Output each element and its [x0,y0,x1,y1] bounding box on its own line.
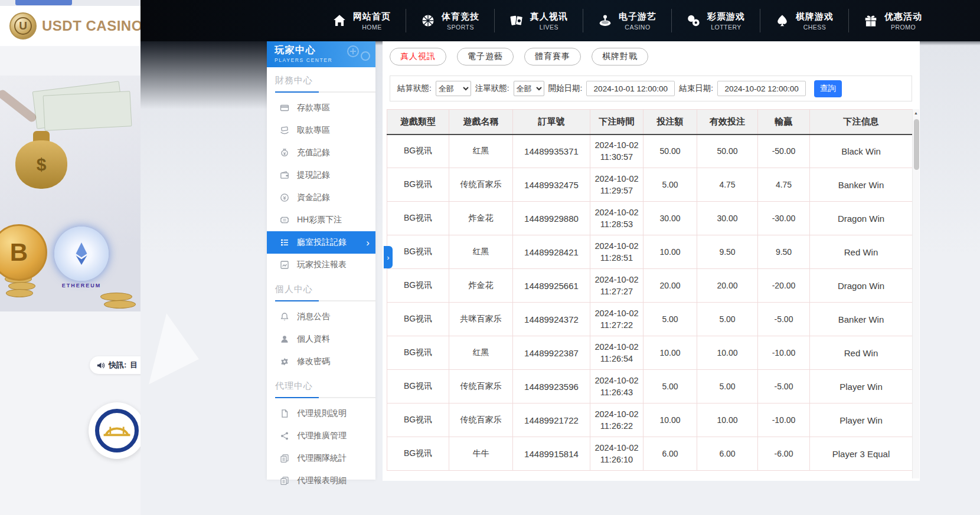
site-logo[interactable]: U USDT CASINO [0,6,141,46]
table-row: BG视讯 红黑 14489928421 2024-10-0211:28:51 1… [387,235,913,269]
nav-label-zh: 棋牌游戏 [796,11,834,22]
cell-valid-bet: 5.00 [697,303,758,336]
section-divider [275,91,375,93]
sidebar-collapse-handle[interactable]: › [384,246,393,268]
cell-game-name: 红黑 [449,235,513,269]
sidebar-item[interactable]: 個人資料 [267,328,375,350]
settle-status-select[interactable]: 全部 [436,81,471,96]
gift-icon [864,14,878,28]
order-status-select[interactable]: 全部 [514,81,544,96]
table-scrollbar[interactable]: ▲ [912,109,919,478]
scroll-up-arrow[interactable]: ▲ [913,109,919,117]
cell-game-type: BG视讯 [387,202,449,235]
sidebar-item[interactable]: 取款專區 [267,119,375,142]
tab-sports[interactable]: 體育賽事 [524,48,581,65]
sidebar-item[interactable]: 存款專區 [267,97,375,119]
table-row: BG视讯 共咪百家乐 14489924372 2024-10-0211:27:2… [387,303,913,336]
cell-win-loss: -30.00 [758,202,810,235]
user-icon [280,334,289,344]
nav-item-lottery[interactable]: 彩票游戏 LOTTERY [671,9,760,32]
home-icon [332,14,347,28]
sidebar-item[interactable]: 代理規則說明 [267,402,375,425]
cell-bet-amount: 5.00 [643,168,697,202]
sidebar-item[interactable]: 資金記錄 [267,186,375,209]
cell-bet-amount: 50.00 [643,135,697,168]
cell-valid-bet: 4.75 [697,168,758,202]
cell-bet-info: Banker Win [810,303,913,336]
sidebar-item[interactable]: 提現記錄 [267,164,375,186]
tab-egame[interactable]: 電子遊藝 [457,48,514,65]
nav-item-chess[interactable]: 棋牌游戏 CHESS [760,9,848,32]
nav-item-lives[interactable]: 真人视讯 LIVES [494,9,583,32]
brand-name: USDT CASINO [42,18,141,34]
section-divider [275,300,375,301]
nav-item-home[interactable]: 网站首页 HOME [318,9,406,32]
nav-item-promo[interactable]: 优惠活动 PROMO [848,9,937,32]
nav-item-casino[interactable]: 电子游艺 CASINO [583,9,671,32]
cell-win-loss: -50.00 [758,135,810,168]
cell-valid-bet: 50.00 [697,135,758,168]
sidebar-item[interactable]: 充值記錄 [267,142,375,164]
cell-bet-info: Banker Win [810,168,913,202]
sidebar-item-label: 代理報表明細 [297,475,347,486]
section-divider [275,397,375,398]
table-row: BG视讯 红黑 14489922387 2024-10-0211:26:54 1… [387,336,913,370]
cell-game-name: 传统百家乐 [449,168,513,202]
roulette-icon [598,14,612,28]
cell-order-no: 14489923596 [513,370,590,404]
tab-chess[interactable]: 棋牌對戰 [592,48,648,65]
nav-item-sports[interactable]: 体育竞技 SPORTS [406,9,494,32]
cell-bet-time: 2024-10-0211:26:22 [590,404,643,437]
cell-bet-amount: 6.00 [643,437,697,471]
cell-order-no: 14489935371 [513,135,590,168]
table-header-row: 遊戲類型 遊戲名稱 訂單號 下注時間 投注額 有效投注 輸贏 下注信息 [387,110,913,135]
header-fade [141,41,267,109]
ethereum-caption: ETHEREUM [52,283,111,288]
cell-valid-bet: 20.00 [697,269,758,303]
news-ticker: 快訊: 目 [90,356,141,374]
sidebar-item[interactable]: 修改密碼 [267,350,375,373]
dollar-bill-graphic [43,91,132,131]
sidebar-item[interactable]: 代理報表明細 [267,470,375,492]
col-game-name: 遊戲名稱 [449,110,513,135]
search-button[interactable]: 查詢 [814,80,842,97]
sidebar-item[interactable]: 廳室投註記錄 › [267,231,375,254]
cell-bet-info: Black Win [810,135,913,168]
bell-icon [280,312,289,322]
cell-game-type: BG视讯 [387,303,449,336]
basketball-icon [421,14,435,28]
topnav-items: 网站首页 HOME 体育竞技 SPORTS 真人视讯 LIVES 电子游艺 CA… [318,9,937,32]
cell-order-no: 14489922387 [513,336,590,370]
sidebar-item-label: 代理團隊統計 [297,453,347,464]
cell-win-loss: 9.50 [758,235,810,269]
cell-win-loss: -6.00 [758,437,810,471]
cell-order-no: 14489915814 [513,437,590,471]
cell-game-name: 炸金花 [449,202,513,235]
sidebar-item[interactable]: 代理推廣管理 [267,425,375,447]
table-row: BG视讯 传统百家乐 14489923596 2024-10-0211:26:4… [387,370,913,404]
cell-game-name: 红黑 [449,336,513,370]
cell-bet-info: Dragon Win [810,269,913,303]
start-date-input[interactable] [586,81,675,96]
sidebar-item-label: 取款專區 [297,125,330,136]
sidebar-item-label: 提現記錄 [297,170,330,181]
share-icon [280,431,289,441]
start-date-label: 開始日期: [548,83,583,94]
cell-bet-amount: 5.00 [643,370,697,404]
cell-game-type: BG视讯 [387,437,449,471]
end-date-input[interactable] [717,81,806,96]
table-row: BG视讯 红黑 14489935371 2024-10-0211:30:57 5… [387,135,913,168]
cell-bet-time: 2024-10-0211:26:54 [590,336,643,370]
sidebar-item[interactable]: 代理團隊統計 [267,447,375,470]
cell-bet-time: 2024-10-0211:27:27 [590,269,643,303]
cell-bet-info: Dragon Win [810,202,913,235]
sidebar-item-label: 個人資料 [297,334,330,345]
sidebar-item[interactable]: HH彩票下注 [267,209,375,231]
sidebar-item[interactable]: 消息公告 [267,306,375,328]
cell-game-name: 共咪百家乐 [449,303,513,336]
tab-live[interactable]: 真人視訊 [390,48,446,65]
sidebar-item[interactable]: 玩家投注報表 [267,254,375,276]
cell-bet-amount: 10.00 [643,336,697,370]
nav-label-en: SPORTS [447,24,474,31]
scrollbar-thumb[interactable] [914,119,919,170]
